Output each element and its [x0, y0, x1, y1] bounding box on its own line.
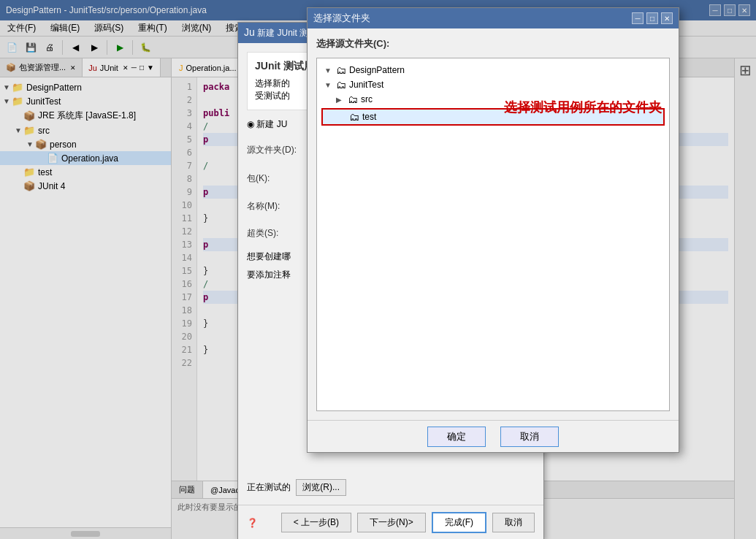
toggle-dp[interactable]: ▼ — [324, 66, 333, 74]
dialog-titlebar: 选择源文件夹 ─ □ ✕ — [308, 8, 679, 28]
finish-button[interactable]: 完成(F) — [432, 512, 486, 533]
folder-tree[interactable]: ▼ 🗂 DesignPattern ▼ 🗂 JunitTest ▶ 🗂 src … — [316, 58, 670, 411]
dialog-title: 选择源文件夹 — [313, 12, 370, 25]
test-dialog-icon: 🗂 — [349, 111, 359, 123]
cancel-dialog-button[interactable]: 取消 — [500, 427, 559, 447]
next-button[interactable]: 下一步(N)> — [357, 513, 426, 532]
prev-button[interactable]: < 上一步(B) — [281, 513, 351, 532]
dialog-title-buttons: ─ □ ✕ — [632, 12, 673, 24]
name-label: 名称(M): — [247, 200, 305, 213]
src-dialog-icon: 🗂 — [348, 93, 358, 105]
dialog-maximize[interactable]: □ — [646, 12, 658, 24]
dialog-close[interactable]: ✕ — [661, 12, 673, 24]
toggle-src-dialog[interactable]: ▶ — [336, 96, 345, 104]
dialog-minimize[interactable]: ─ — [632, 12, 644, 24]
testing-section: 正在测试的 浏览(R)... — [247, 479, 535, 496]
wizard-footer: ❓ < 上一步(B) 下一步(N)> 完成(F) 取消 — [238, 505, 543, 539]
package-label: 包(K): — [247, 172, 305, 185]
ok-button[interactable]: 确定 — [427, 427, 486, 447]
annotation-text: 选择测试用例所在的文件夹 — [504, 99, 662, 116]
super-label: 超类(S): — [247, 227, 305, 240]
toggle-jt[interactable]: ▼ — [324, 81, 333, 89]
folder-junitest-dialog[interactable]: ▼ 🗂 JunitTest — [321, 77, 665, 92]
dp-icon: 🗂 — [336, 64, 346, 76]
dialog-footer: 确定 取消 — [308, 420, 679, 452]
help-icon[interactable]: ❓ — [247, 518, 258, 528]
jt-icon: 🗂 — [336, 79, 346, 91]
folder-designpattern[interactable]: ▼ 🗂 DesignPattern — [321, 63, 665, 77]
source-label: 源文件夹(D): — [247, 144, 305, 156]
source-dialog: 选择源文件夹 ─ □ ✕ 选择源文件夹(C): ▼ 🗂 DesignPatter… — [307, 7, 679, 453]
dialog-label: 选择源文件夹(C): — [316, 37, 670, 50]
browse-testing-button[interactable]: 浏览(R)... — [296, 479, 346, 496]
dialog-body: 选择源文件夹(C): ▼ 🗂 DesignPattern ▼ 🗂 JunitTe… — [308, 28, 679, 420]
cancel-wizard-button[interactable]: 取消 — [492, 513, 535, 532]
